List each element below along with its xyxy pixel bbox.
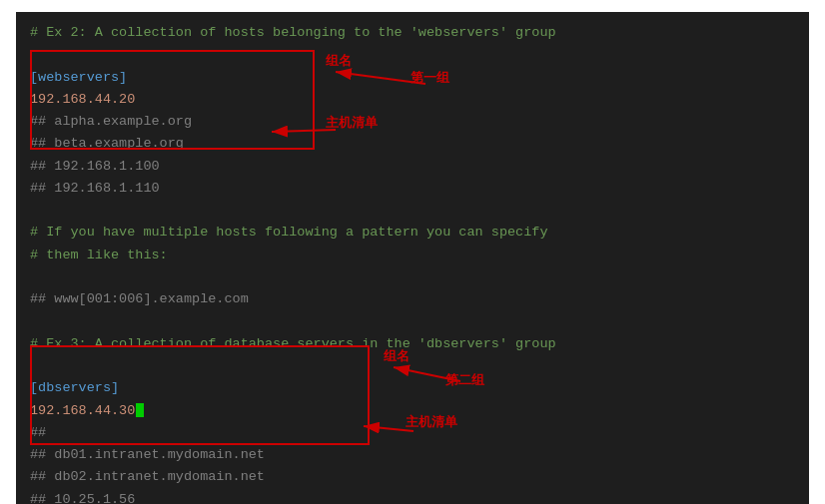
line-18: 192.168.44.30 [30, 400, 795, 422]
text-cursor [136, 403, 144, 417]
line-21: ## db02.intranet.mydomain.net [30, 466, 795, 488]
line-6: ## beta.example.org [30, 133, 795, 155]
line-9 [30, 200, 795, 222]
line-1: # Ex 2: A collection of hosts belonging … [30, 22, 795, 44]
line-20: ## db01.intranet.mydomain.net [30, 444, 795, 466]
line-4: 192.168.44.20 [30, 89, 795, 111]
line-5: ## alpha.example.org [30, 111, 795, 133]
line-10: # If you have multiple hosts following a… [30, 222, 795, 244]
line-12 [30, 266, 795, 288]
line-8: ## 192.168.1.110 [30, 178, 795, 200]
line-3: [webservers] [30, 67, 795, 89]
line-14 [30, 310, 795, 332]
line-7: ## 192.168.1.100 [30, 156, 795, 178]
line-19: ## [30, 422, 795, 444]
line-11: # them like this: [30, 245, 795, 266]
line-17: [dbservers] [30, 377, 795, 399]
line-13: ## www[001:006].example.com [30, 288, 795, 310]
line-22: ## 10.25.1.56 [30, 489, 795, 504]
line-15: # Ex 3: A collection of database servers… [30, 333, 795, 355]
code-editor: # Ex 2: A collection of hosts belonging … [16, 12, 809, 504]
line-2 [30, 44, 795, 66]
line-16 [30, 355, 795, 377]
